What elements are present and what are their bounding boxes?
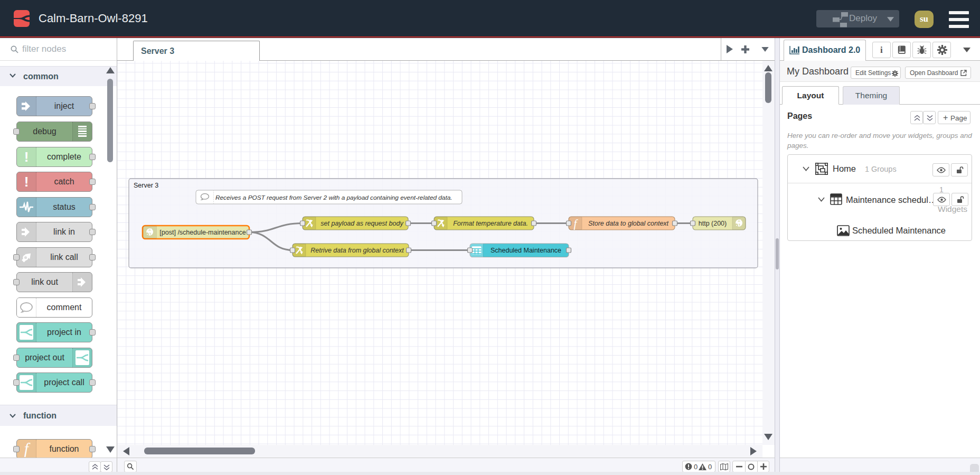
svg-text:http (200): http (200) bbox=[699, 220, 727, 227]
svg-text:Format temperature data.: Format temperature data. bbox=[453, 220, 528, 227]
svg-text:Scheduled Maintenance: Scheduled Maintenance bbox=[491, 247, 561, 254]
svg-text:Server 3: Server 3 bbox=[134, 182, 158, 189]
svg-text:Store data to global context: Store data to global context bbox=[588, 220, 669, 227]
svg-text:[post] /schedule-maintenance: [post] /schedule-maintenance bbox=[159, 229, 246, 236]
svg-text:set payload as request body: set payload as request body bbox=[321, 220, 403, 227]
svg-text:Receives a POST request from S: Receives a POST request from Server 2 wi… bbox=[215, 194, 453, 201]
svg-text:Retrive data from global conte: Retrive data from global context bbox=[310, 247, 404, 254]
